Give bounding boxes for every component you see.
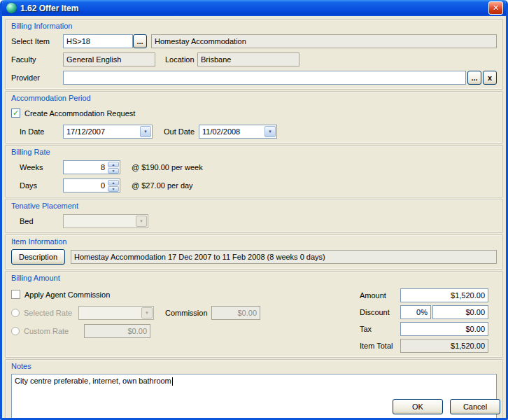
apply-commission-row: Apply Agent Commission <box>11 287 353 302</box>
commission-label: Commission <box>165 309 211 317</box>
accommodation-period-title: Accommodation Period <box>11 94 497 102</box>
tenative-placement-title: Tenative Placement <box>11 202 497 210</box>
window-title: 1.62 Offer Item <box>20 4 488 13</box>
section-tenative-placement: Tenative Placement Bed ▼ <box>5 199 503 233</box>
item-information-title: Item Information <box>11 237 497 246</box>
provider-row: Provider ... x <box>11 70 497 85</box>
titlebar[interactable]: 1.62 Offer Item ✕ <box>2 0 506 16</box>
apply-agent-commission-checkbox[interactable] <box>11 290 20 299</box>
chevron-down-icon: ▼ <box>136 216 147 227</box>
custom-rate-field: $0.00 <box>84 324 150 338</box>
chevron-down-icon: ▼ <box>141 307 153 318</box>
ok-button[interactable]: OK <box>393 399 443 414</box>
section-billing-amount: Billing Amount Apply Agent Commission Se… <box>5 271 503 358</box>
days-spin-buttons: ▲ ▼ <box>108 180 119 191</box>
location-label: Location <box>165 55 197 64</box>
section-accommodation-period: Accommodation Period ✓ Create Accommodat… <box>5 91 503 144</box>
discount-label: Discount <box>360 308 400 316</box>
offer-item-dialog: 1.62 Offer Item ✕ Billing Information Se… <box>0 0 508 420</box>
chevron-down-icon[interactable]: ▼ <box>140 126 151 137</box>
out-date-dropdown[interactable]: 11/02/2008 ▼ <box>199 125 277 139</box>
close-icon: ✕ <box>493 4 499 12</box>
provider-browse-button[interactable]: ... <box>467 71 481 85</box>
faculty-location-row: Faculty General English Location Brisban… <box>11 52 497 66</box>
spinner-down-icon[interactable]: ▼ <box>108 168 119 174</box>
faculty-field: General English <box>63 52 155 66</box>
billing-rate-title: Billing Rate <box>11 148 497 156</box>
custom-rate-row: Custom Rate $0.00 <box>11 323 353 338</box>
selected-rate-radio[interactable] <box>11 309 20 317</box>
tax-field[interactable]: $0.00 <box>400 322 488 336</box>
item-total-row: Item Total $1,520.00 <box>360 338 497 353</box>
dates-row: In Date 17/12/2007 ▼ Out Date 11/02/2008… <box>11 124 497 139</box>
check-icon: ✓ <box>13 109 19 117</box>
create-accommodation-request-label: Create Accommodation Request <box>24 109 135 118</box>
discount-amount-field[interactable]: $0.00 <box>432 305 488 319</box>
description-row: Description Homestay Accommodation 17 De… <box>11 249 497 265</box>
create-request-row: ✓ Create Accommodation Request <box>11 106 497 120</box>
in-date-label: In Date <box>11 127 63 136</box>
item-name-field: Homestay Accommodation <box>151 34 497 48</box>
description-button[interactable]: Description <box>11 249 65 265</box>
days-row: Days 0 ▲ ▼ @ $27.00 per day <box>11 178 497 192</box>
days-value[interactable]: 0 <box>64 179 107 192</box>
weeks-spin-buttons: ▲ ▼ <box>108 162 119 173</box>
bed-dropdown: ▼ <box>63 214 148 228</box>
selected-rate-dropdown: ▼ <box>78 306 154 320</box>
commission-column: Apply Agent Commission Selected Rate ▼ C… <box>11 286 360 338</box>
bed-row: Bed ▼ <box>11 214 497 228</box>
amount-label: Amount <box>360 291 400 300</box>
weeks-row: Weeks 8 ▲ ▼ @ $190.00 per week <box>11 160 497 174</box>
location-field: Brisbane <box>197 52 299 66</box>
notes-text: City centre preferable, internet, own ba… <box>15 377 171 385</box>
cancel-button[interactable]: Cancel <box>450 399 500 414</box>
weeks-rate-text: @ $190.00 per week <box>132 163 203 172</box>
billing-information-title: Billing Information <box>11 22 497 30</box>
selected-rate-label: Selected Rate <box>24 309 78 317</box>
app-icon <box>6 3 17 13</box>
in-date-value: 17/12/2007 <box>64 125 139 138</box>
create-accommodation-request-checkbox[interactable]: ✓ <box>11 108 20 118</box>
commission-field: $0.00 <box>211 306 260 320</box>
weeks-value[interactable]: 8 <box>64 161 107 174</box>
spinner-down-icon[interactable]: ▼ <box>108 186 119 192</box>
spinner-up-icon[interactable]: ▲ <box>108 180 119 186</box>
provider-clear-button[interactable]: x <box>483 71 497 85</box>
totals-column: Amount $1,520.00 Discount 0% $0.00 Tax $… <box>360 286 497 353</box>
select-item-input[interactable]: HS>18 <box>63 34 133 48</box>
item-total-field: $1,520.00 <box>400 339 488 353</box>
discount-row: Discount 0% $0.00 <box>360 304 497 319</box>
close-button[interactable]: ✕ <box>488 1 503 15</box>
notes-title: Notes <box>11 362 497 370</box>
in-date-dropdown[interactable]: 17/12/2007 ▼ <box>63 125 153 139</box>
selected-rate-row: Selected Rate ▼ Commission $0.00 <box>11 305 353 320</box>
section-billing-information: Billing Information Select Item HS>18 ..… <box>5 19 503 90</box>
bed-label: Bed <box>11 217 63 225</box>
out-date-value: 11/02/2008 <box>199 125 264 138</box>
faculty-label: Faculty <box>11 55 63 64</box>
weeks-stepper[interactable]: 8 ▲ ▼ <box>63 160 120 174</box>
tax-row: Tax $0.00 <box>360 321 497 336</box>
dialog-body: Billing Information Select Item HS>18 ..… <box>2 16 506 418</box>
provider-label: Provider <box>11 74 63 82</box>
text-caret <box>172 377 173 386</box>
custom-rate-radio[interactable] <box>11 327 20 335</box>
select-item-label: Select Item <box>11 37 63 46</box>
section-item-information: Item Information Description Homestay Ac… <box>5 234 503 270</box>
days-label: Days <box>11 181 63 190</box>
spinner-up-icon[interactable]: ▲ <box>108 162 119 167</box>
item-total-label: Item Total <box>360 342 400 350</box>
select-item-browse-button[interactable]: ... <box>133 34 147 48</box>
chevron-down-icon[interactable]: ▼ <box>264 126 276 137</box>
amount-field[interactable]: $1,520.00 <box>400 288 488 302</box>
days-stepper[interactable]: 0 ▲ ▼ <box>63 178 120 192</box>
footer-buttons: OK Cancel <box>393 399 500 414</box>
discount-percent-field[interactable]: 0% <box>400 305 431 319</box>
out-date-label: Out Date <box>164 127 199 136</box>
custom-rate-label: Custom Rate <box>24 327 78 335</box>
apply-agent-commission-label: Apply Agent Commission <box>24 290 110 299</box>
billing-amount-grid: Apply Agent Commission Selected Rate ▼ C… <box>11 286 497 353</box>
bed-value <box>64 215 135 227</box>
provider-input[interactable] <box>63 71 466 85</box>
days-rate-text: @ $27.00 per day <box>132 181 193 190</box>
